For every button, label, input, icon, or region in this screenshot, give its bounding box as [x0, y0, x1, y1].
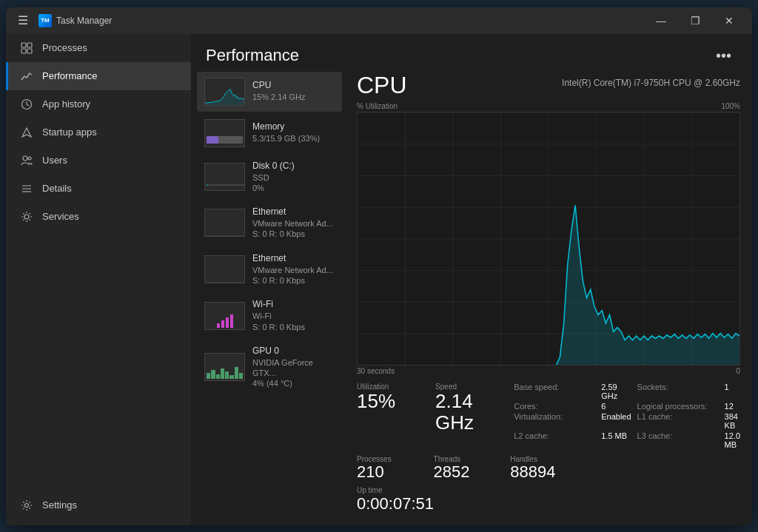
- utilization-label: % Utilization: [357, 102, 398, 110]
- spec-label-6: L2 cache:: [514, 431, 595, 440]
- ethernet1-thumbnail: [204, 209, 245, 237]
- spec-row-6: L2 cache:1.5 MB: [514, 431, 631, 449]
- device-item-cpu[interactable]: CPU 15% 2.14 GHz: [197, 72, 342, 112]
- spec-value-1: 1: [725, 383, 729, 391]
- spec-label-7: L3 cache:: [637, 431, 719, 440]
- memory-thumbnail: [204, 119, 245, 147]
- services-label: Services: [42, 211, 79, 222]
- spec-label-2: Cores:: [514, 402, 595, 411]
- spec-value-5: 384 KB: [725, 412, 740, 430]
- ethernet2-sub: VMware Network Ad...S: 0 R: 0 Kbps: [252, 265, 335, 286]
- performance-label: Performance: [42, 70, 97, 81]
- wifi-thumbnail: [204, 302, 245, 330]
- gpu-thumbnail: [204, 353, 245, 381]
- cpu-thumbnail: [204, 78, 245, 106]
- task-manager-window: ☰ TM Task Manager — ❐ ✕: [6, 7, 752, 525]
- sidebar-item-settings[interactable]: Settings: [6, 491, 191, 519]
- svg-rect-0: [21, 43, 26, 47]
- cpu-sub: 15% 2.14 GHz: [252, 92, 335, 102]
- wifi-name: Wi-Fi: [252, 299, 335, 309]
- spec-row-0: Base speed:2.59 GHz: [514, 383, 631, 400]
- handles-stat: Handles 88894: [510, 455, 587, 481]
- svg-rect-3: [27, 49, 32, 53]
- memory-info: Memory 5.3/15.9 GB (33%): [252, 121, 335, 144]
- maximize-button[interactable]: ❐: [678, 9, 712, 33]
- startup-label: Startup apps: [42, 127, 97, 138]
- disk-sub: SSD0%: [252, 172, 335, 194]
- svg-point-5: [23, 156, 27, 161]
- speed-stat: Speed 2.14 GHz: [435, 383, 514, 449]
- gpu-sub: NVIDIA GeForce GTX...4% (44 °C): [252, 357, 335, 389]
- svg-rect-1: [27, 43, 32, 47]
- svg-rect-13: [207, 184, 244, 186]
- sidebar-item-services[interactable]: Services: [6, 203, 191, 231]
- spec-row-3: Logical processors:12: [637, 402, 740, 411]
- processes-icon: [20, 41, 33, 55]
- startup-icon: [20, 126, 33, 139]
- sidebar-item-details[interactable]: Details: [6, 175, 191, 203]
- device-list: CPU 15% 2.14 GHz Memory 5: [197, 72, 345, 525]
- svg-point-11: [25, 503, 29, 507]
- threads-stat: Threads 2852: [434, 455, 511, 481]
- sidebar-item-app-history[interactable]: App history: [6, 90, 191, 118]
- device-item-ethernet1[interactable]: Ethernet VMware Network Ad...S: 0 R: 0 K…: [197, 201, 342, 246]
- settings-label: Settings: [42, 499, 77, 511]
- performance-layout: CPU 15% 2.14 GHz Memory 5: [191, 72, 752, 525]
- spec-row-1: Sockets:1: [637, 383, 740, 400]
- processes-stat-value: 210: [357, 463, 434, 481]
- cpu-name: CPU: [252, 80, 335, 90]
- handles-stat-value: 88894: [510, 463, 587, 481]
- svg-point-6: [28, 157, 31, 160]
- titlebar: ☰ TM Task Manager — ❐ ✕: [6, 7, 752, 34]
- services-icon: [20, 210, 33, 223]
- graph-time-labels: 30 seconds 0: [357, 367, 740, 375]
- spec-value-0: 2.59 GHz: [601, 383, 631, 400]
- cpu-graph-container: [357, 112, 740, 366]
- right-specs: Base speed:2.59 GHzSockets:1Cores:6Logic…: [514, 383, 740, 449]
- processes-stat: Processes 210: [357, 455, 434, 481]
- device-item-disk[interactable]: Disk 0 (C:) SSD0%: [197, 155, 342, 200]
- content-title: Performance: [206, 46, 299, 65]
- users-label: Users: [42, 155, 67, 166]
- sidebar-item-performance[interactable]: Performance: [6, 62, 191, 90]
- window-title: Task Manager: [56, 16, 644, 26]
- spec-row-2: Cores:6: [514, 402, 631, 411]
- device-item-memory[interactable]: Memory 5.3/15.9 GB (33%): [197, 113, 342, 153]
- device-item-ethernet2[interactable]: Ethernet VMware Network Ad...S: 0 R: 0 K…: [197, 247, 342, 292]
- svg-rect-2: [21, 49, 26, 53]
- app-history-icon: [20, 98, 33, 111]
- sidebar-item-processes[interactable]: Processes: [6, 34, 191, 62]
- minimize-button[interactable]: —: [644, 9, 678, 33]
- spec-label-1: Sockets:: [637, 383, 719, 391]
- device-item-gpu[interactable]: GPU 0 NVIDIA GeForce GTX...4% (44 °C): [197, 340, 342, 395]
- utilization-stat-value: 15%: [357, 391, 435, 412]
- ethernet2-info: Ethernet VMware Network Ad...S: 0 R: 0 K…: [252, 253, 335, 286]
- sidebar-item-users[interactable]: Users: [6, 147, 191, 175]
- spec-label-3: Logical processors:: [637, 402, 719, 411]
- app-icon: TM: [38, 14, 52, 27]
- ethernet2-thumbnail: [204, 255, 245, 283]
- close-button[interactable]: ✕: [712, 9, 746, 33]
- performance-icon: [20, 70, 33, 83]
- gpu-name: GPU 0: [252, 346, 335, 356]
- spec-value-7: 12.0 MB: [725, 431, 740, 449]
- device-item-wifi[interactable]: Wi-Fi Wi-FiS: 0 R: 0 Kbps: [197, 293, 342, 338]
- hamburger-menu-icon[interactable]: ☰: [12, 10, 34, 30]
- stats-row-2: Processes 210 Threads 2852 Handles 88894: [357, 455, 740, 481]
- details-label: Details: [42, 183, 72, 194]
- utilization-max: 100%: [721, 102, 740, 110]
- disk-name: Disk 0 (C:): [252, 161, 335, 171]
- content-header: Performance •••: [191, 34, 752, 72]
- uptime-row: Up time 0:00:07:51: [357, 486, 740, 514]
- processes-label: Processes: [42, 42, 87, 53]
- disk-thumbnail: [204, 163, 245, 191]
- uptime-stat-label: Up time: [357, 486, 740, 494]
- sidebar-item-startup-apps[interactable]: Startup apps: [6, 118, 191, 147]
- cpu-detail-panel: CPU Intel(R) Core(TM) i7-9750H CPU @ 2.6…: [345, 72, 752, 525]
- spec-row-7: L3 cache:12.0 MB: [637, 431, 740, 449]
- more-options-button[interactable]: •••: [710, 46, 737, 66]
- spacer-right: [587, 455, 740, 481]
- details-icon: [20, 182, 33, 195]
- spec-value-3: 12: [725, 402, 734, 411]
- gpu-info: GPU 0 NVIDIA GeForce GTX...4% (44 °C): [252, 346, 335, 389]
